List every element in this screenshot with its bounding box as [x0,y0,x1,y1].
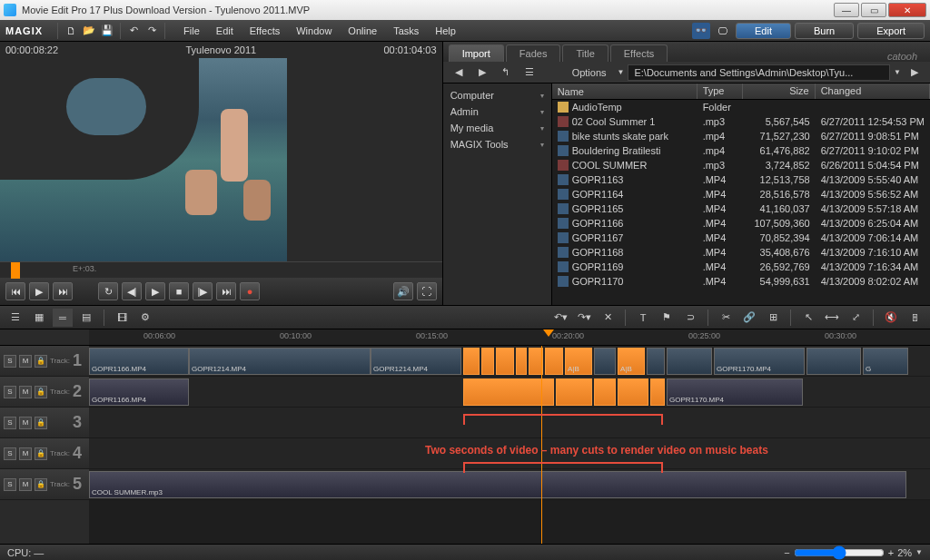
nav-back-icon[interactable]: ◀ [449,64,469,82]
nav-up-icon[interactable]: ↰ [496,64,516,82]
clip[interactable] [647,348,665,375]
zoom-slider[interactable] [794,545,885,560]
cut-icon[interactable]: ✂ [716,309,736,327]
clip[interactable]: A|B [618,348,645,375]
volume-icon[interactable]: 🔊 [393,282,413,300]
view-timeline-icon[interactable]: ═ [53,309,73,327]
close-button[interactable]: ✕ [888,3,926,17]
new-icon[interactable]: 🗋 [62,23,80,39]
loop-icon[interactable]: ↻ [98,282,118,300]
select-icon[interactable]: ↖ [798,309,818,327]
undo2-icon[interactable]: ↶▾ [550,309,570,327]
clip[interactable]: COOL SUMMER.mp3 [89,471,906,498]
file-row[interactable]: GOPR1170.MP454,999,6314/13/2009 8:02:02 … [552,274,930,289]
end-icon[interactable]: ⏭ [216,282,236,300]
path-chevron-down-icon[interactable]: ▼ [894,68,901,76]
film-icon[interactable]: 🎞 [112,309,132,327]
clip[interactable]: A|B [565,348,592,375]
file-row[interactable]: GOPR1163.MP412,513,7584/13/2009 5:55:40 … [552,172,930,187]
nav-go-icon[interactable]: ▶ [905,64,925,82]
clip[interactable]: GOPR1170.MP4 [714,348,805,375]
file-row[interactable]: AudioTempFolder [552,100,930,114]
tab-fades[interactable]: Fades [506,44,561,62]
options-dropdown[interactable]: Options [565,65,614,80]
open-icon[interactable]: 📂 [80,23,98,39]
file-row[interactable]: COOL SUMMER.mp33,724,8526/26/2011 5:04:5… [552,158,930,172]
clip[interactable] [481,348,494,375]
clip[interactable]: GOPR1166.MP4 [89,348,189,375]
solo-button[interactable]: S [4,355,16,368]
monitor-icon[interactable]: 🖵 [714,23,732,39]
tree-admin[interactable]: Admin▾ [447,103,548,120]
play2-icon[interactable]: ▶ [145,282,165,300]
clip[interactable]: GOPR1214.MP4 [371,348,461,375]
clip[interactable]: GOPR1166.MP4 [89,378,189,406]
clip[interactable] [496,348,514,375]
tree-my-media[interactable]: My media▾ [447,120,548,136]
edit-button[interactable]: Edit [736,23,791,39]
gear-icon[interactable]: ⚙ [135,309,155,327]
col-changed[interactable]: Changed [816,84,930,99]
tab-effects[interactable]: Effects [610,44,668,62]
lock-button[interactable]: 🔒 [35,447,47,460]
mixer-icon[interactable]: 🎚 [905,309,925,327]
flag-icon[interactable]: ⚑ [657,309,677,327]
view3d-icon[interactable]: 👓 [692,23,710,39]
prev-frame-icon[interactable]: ◀| [122,282,142,300]
file-row[interactable]: GOPR1165.MP441,160,0374/13/2009 5:57:18 … [552,201,930,216]
maximize-button[interactable]: ▭ [861,3,886,17]
redo-icon[interactable]: ↷ [143,23,161,39]
clip[interactable]: GOPR1214.MP4 [189,348,371,375]
clip[interactable] [594,378,616,406]
skip-start-icon[interactable]: ⏮ [5,282,25,300]
save-icon[interactable]: 💾 [98,23,116,39]
lock-button[interactable]: 🔒 [35,355,47,368]
lock-button[interactable]: 🔒 [35,478,47,491]
zoom-chevron-down-icon[interactable]: ▼ [915,548,923,556]
clip[interactable] [667,348,712,375]
clip[interactable] [594,348,616,375]
text-icon[interactable]: T [633,309,653,327]
menu-file[interactable]: File [176,23,207,39]
ruler-playhead-icon[interactable] [11,262,20,279]
file-row[interactable]: 02 Cool Summer 1.mp35,567,5456/27/2011 1… [552,114,930,129]
path-field[interactable]: E:\Documents and Settings\Admin\Desktop\… [628,64,890,81]
catooh-brand[interactable]: catooh [887,51,925,62]
clip[interactable] [463,348,480,375]
menu-edit[interactable]: Edit [209,23,241,39]
undo-icon[interactable]: ↶ [124,23,143,39]
lock-button[interactable]: 🔒 [35,417,47,429]
lock-button[interactable]: 🔒 [35,386,47,398]
clip[interactable]: GOPR1170.MP4 [667,378,803,406]
preview-ruler[interactable]: E+:03. [0,261,442,278]
zoom-in-icon[interactable]: + [888,547,894,558]
solo-button[interactable]: S [4,386,16,398]
mute-button[interactable]: M [19,386,32,398]
file-row[interactable]: GOPR1169.MP426,592,7694/13/2009 7:16:34 … [552,260,930,274]
minimize-button[interactable]: — [834,3,859,17]
play-icon[interactable]: ▶ [29,282,49,300]
menu-window[interactable]: Window [289,23,339,39]
clip[interactable] [556,378,592,406]
track-row-1[interactable]: GOPR1166.MP4GOPR1214.MP4GOPR1214.MP4A|BA… [89,346,930,377]
view-grid-icon[interactable]: ▦ [29,309,49,327]
mute-button[interactable]: M [19,447,32,460]
menu-tasks[interactable]: Tasks [386,23,426,39]
view-list-icon[interactable]: ☰ [5,309,25,327]
col-type[interactable]: Type [698,84,743,99]
clip[interactable]: G [863,348,908,375]
burn-button[interactable]: Burn [795,23,854,39]
solo-button[interactable]: S [4,478,16,491]
track-row-5[interactable]: COOL SUMMER.mp3 [89,469,930,500]
fullscreen-icon[interactable]: ⛶ [417,282,437,300]
chevron-down-icon[interactable]: ▼ [618,68,625,76]
clip[interactable] [806,348,861,375]
menu-help[interactable]: Help [428,23,463,39]
clip[interactable] [463,378,554,406]
clip[interactable] [650,378,665,406]
mute-button[interactable]: M [19,478,32,491]
menu-online[interactable]: Online [341,23,384,39]
view-multi-icon[interactable]: ▤ [76,309,96,327]
mode2-icon[interactable]: ⤢ [846,309,866,327]
file-row[interactable]: bike stunts skate park.mp471,527,2306/27… [552,129,930,143]
